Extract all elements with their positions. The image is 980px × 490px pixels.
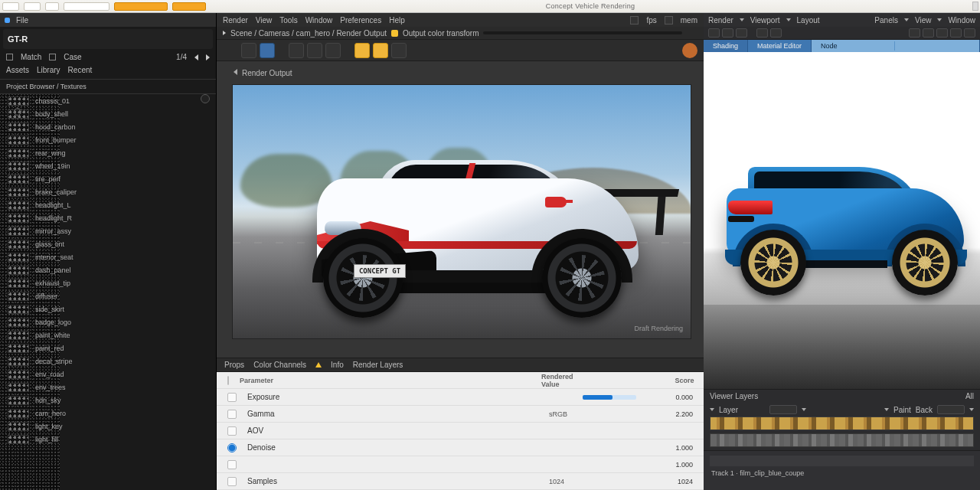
- tab-layers[interactable]: Render Layers: [353, 361, 403, 369]
- table-row[interactable]: Exposure0.000: [217, 389, 704, 406]
- list-item[interactable]: paint_white: [0, 328, 216, 341]
- chevron-down-icon[interactable]: [802, 408, 806, 411]
- ribbon-chip[interactable]: [2, 2, 19, 11]
- chevron-down-icon[interactable]: [710, 408, 714, 411]
- list-item[interactable]: wheel_19in: [0, 159, 216, 172]
- checkbox-icon[interactable]: [227, 477, 237, 486]
- checkbox-icon[interactable]: [227, 410, 237, 419]
- menu-prefs[interactable]: Preferences: [340, 16, 381, 24]
- tool-button[interactable]: [736, 28, 747, 38]
- ribbon-chip[interactable]: [24, 2, 41, 11]
- prop-value[interactable]: 1.000: [647, 461, 693, 469]
- tab-assets[interactable]: Assets: [6, 66, 29, 74]
- ribbon-chip-active[interactable]: [114, 2, 168, 11]
- color-swatch-strip[interactable]: [710, 416, 974, 430]
- prop-value[interactable]: 2.200: [647, 410, 693, 418]
- checkbox-icon[interactable]: [227, 393, 237, 402]
- checkbox-icon[interactable]: [227, 460, 237, 469]
- dropdown[interactable]: [769, 405, 797, 414]
- tab-shading[interactable]: Shading: [704, 40, 748, 52]
- list-item[interactable]: headlight_R: [0, 211, 216, 224]
- chevron-right-icon[interactable]: [206, 54, 210, 60]
- tab-recent[interactable]: Recent: [68, 66, 93, 74]
- menu-view[interactable]: View: [256, 16, 273, 24]
- checkbox-icon[interactable]: [227, 426, 237, 436]
- list-item[interactable]: glass_tint: [0, 237, 216, 250]
- menu-window[interactable]: Window: [305, 16, 333, 24]
- menu-render[interactable]: Render: [223, 16, 248, 24]
- list-item[interactable]: tire_perf: [0, 172, 216, 185]
- prop-value[interactable]: 0.000: [647, 394, 693, 401]
- tool-button[interactable]: [923, 28, 934, 38]
- list-item[interactable]: front_bumper: [0, 133, 216, 146]
- tab-material[interactable]: Material Editor: [748, 40, 812, 52]
- list-item[interactable]: mirror_assy: [0, 224, 216, 237]
- breadcrumb[interactable]: Scene / Cameras / cam_hero / Render Outp…: [230, 29, 387, 38]
- chevron-left-icon[interactable]: [234, 69, 237, 75]
- checkbox-icon[interactable]: [49, 54, 56, 60]
- prop-value[interactable]: 1.000: [647, 444, 693, 452]
- list-item[interactable]: body_shell: [0, 107, 216, 120]
- opt-case[interactable]: Case: [64, 53, 81, 61]
- tool-button[interactable]: [950, 28, 962, 38]
- table-row[interactable]: GammasRGB2.200: [217, 406, 704, 423]
- tool-button[interactable]: [391, 43, 407, 58]
- menu-window[interactable]: Window: [948, 16, 975, 24]
- row-paint[interactable]: Paint: [893, 406, 911, 414]
- tool-button[interactable]: [307, 43, 322, 58]
- chevron-down-icon[interactable]: [884, 408, 889, 411]
- checkbox-icon[interactable]: [6, 54, 13, 60]
- checkbox-icon[interactable]: [227, 376, 229, 385]
- tab-node[interactable]: Node: [812, 40, 980, 52]
- timeline-clip[interactable]: [710, 456, 974, 466]
- prop-value[interactable]: 1024: [647, 478, 693, 485]
- tab-color[interactable]: Color Channels: [253, 361, 306, 369]
- render-viewport[interactable]: CONCEPT GT Draft Rendering: [232, 84, 691, 339]
- secondary-viewport[interactable]: [704, 52, 980, 389]
- chevron-left-icon[interactable]: [194, 54, 198, 60]
- tab-props[interactable]: Props: [224, 361, 244, 369]
- tool-button[interactable]: [909, 28, 920, 38]
- list-item[interactable]: rear_wing: [0, 146, 216, 159]
- list-item[interactable]: hood_carbon: [0, 120, 216, 133]
- menu-tools[interactable]: Tools: [279, 16, 297, 24]
- table-row[interactable]: Denoise1.000: [217, 439, 704, 456]
- list-item[interactable]: side_skirt: [0, 302, 216, 315]
- list-item[interactable]: brake_caliper: [0, 185, 216, 198]
- tool-button[interactable]: [241, 43, 256, 58]
- ribbon-chip[interactable]: [64, 2, 109, 11]
- ribbon-chip[interactable]: [45, 2, 59, 11]
- help-icon[interactable]: [201, 94, 210, 103]
- timeline-lane[interactable]: Track 1 · film_clip_blue_coupe: [704, 450, 980, 490]
- list-item[interactable]: hdri_sky: [0, 394, 216, 407]
- list-item[interactable]: chassis_01: [0, 94, 216, 107]
- table-row[interactable]: AOV: [217, 423, 704, 439]
- tab-info[interactable]: Info: [331, 361, 344, 369]
- tool-button-on[interactable]: [354, 43, 370, 58]
- tool-button[interactable]: [756, 28, 768, 38]
- row-back[interactable]: Back: [916, 406, 933, 414]
- list-item[interactable]: exhaust_tip: [0, 276, 216, 289]
- tool-button[interactable]: [325, 43, 341, 58]
- table-row[interactable]: 1.000: [217, 456, 704, 473]
- tab-library[interactable]: Library: [37, 66, 60, 74]
- chevron-right-icon[interactable]: [223, 31, 226, 35]
- panel-filter[interactable]: All: [965, 392, 974, 400]
- menu-view[interactable]: View: [915, 16, 932, 24]
- list-item[interactable]: light_key: [0, 420, 216, 433]
- search-input[interactable]: GT-R: [3, 29, 213, 49]
- asset-list[interactable]: chassis_01body_shellhood_carbonfront_bum…: [0, 94, 216, 490]
- list-item[interactable]: cam_hero: [0, 407, 216, 420]
- opt-match[interactable]: Match: [21, 53, 41, 61]
- list-item[interactable]: paint_red: [0, 341, 216, 354]
- ribbon-chip-active[interactable]: [172, 2, 206, 11]
- color-swatch-strip-grey[interactable]: [710, 433, 974, 447]
- user-avatar-icon[interactable]: [682, 43, 697, 58]
- list-item[interactable]: diffuser: [0, 289, 216, 302]
- list-item[interactable]: dash_panel: [0, 263, 216, 276]
- dropdown[interactable]: [937, 405, 965, 414]
- tool-button[interactable]: [770, 28, 782, 38]
- radio-icon[interactable]: [227, 443, 237, 452]
- list-item[interactable]: decal_stripe: [0, 354, 216, 368]
- menu-viewport[interactable]: Viewport: [750, 16, 780, 24]
